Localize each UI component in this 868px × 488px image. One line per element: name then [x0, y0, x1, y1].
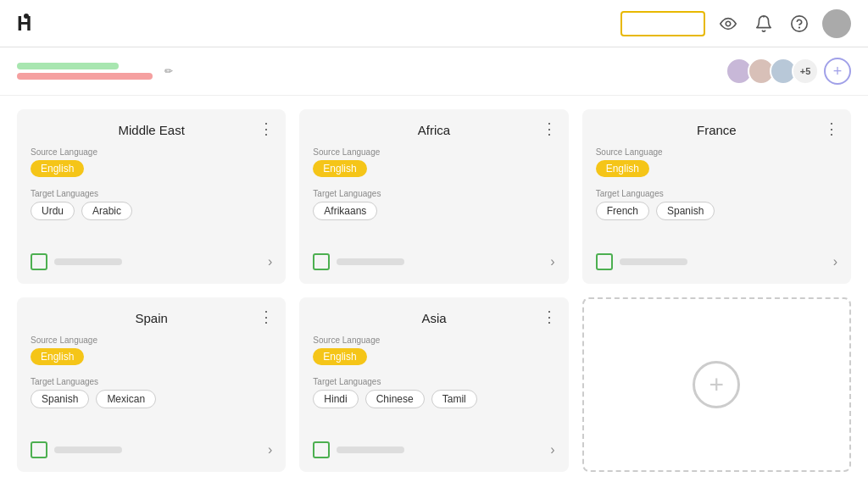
- search-input[interactable]: [620, 11, 705, 36]
- card-middle-east: Middle East ⋮ Source Language English Ta…: [17, 109, 286, 284]
- app-header: H: [0, 0, 868, 47]
- cards-grid: Middle East ⋮ Source Language English Ta…: [0, 96, 868, 485]
- target-lang-label: Target Languages: [31, 189, 272, 198]
- card-menu-icon[interactable]: ⋮: [259, 121, 274, 136]
- card-footer-left: [313, 253, 404, 270]
- card-status-square: [31, 441, 47, 458]
- source-lang-section: Source Language English: [313, 147, 554, 180]
- card-menu-icon[interactable]: ⋮: [542, 309, 557, 324]
- card-progress-bar: [620, 258, 687, 265]
- source-lang-tag: English: [596, 160, 649, 177]
- target-lang-label: Target Languages: [596, 189, 837, 198]
- card-title: Middle East: [31, 123, 272, 137]
- eye-icon[interactable]: [715, 11, 741, 36]
- source-lang-label: Source Language: [313, 336, 554, 345]
- add-new-card-icon: +: [693, 361, 740, 408]
- card-footer-left: [596, 253, 687, 270]
- source-lang-tag: English: [31, 160, 84, 177]
- card-chevron-right-icon[interactable]: ›: [268, 254, 272, 269]
- progress-bar-red: [17, 73, 153, 80]
- source-lang-section: Source Language English: [31, 336, 272, 369]
- source-lang-tag: English: [31, 348, 84, 365]
- target-lang-tag: Urdu: [31, 202, 75, 220]
- source-lang-label: Source Language: [596, 147, 837, 157]
- card-status-square: [596, 253, 613, 270]
- card-footer: ›: [313, 441, 554, 458]
- target-lang-tag: Tamil: [431, 390, 477, 408]
- target-lang-section: Target Languages UrduArabic: [31, 189, 272, 224]
- target-lang-tag: Spanish: [656, 202, 715, 220]
- svg-point-1: [763, 15, 765, 17]
- target-lang-tags: SpanishMexican: [31, 390, 272, 412]
- card-chevron-right-icon[interactable]: ›: [268, 442, 272, 458]
- help-icon[interactable]: [787, 11, 812, 36]
- progress-bar-green: [17, 63, 119, 69]
- card-chevron-right-icon[interactable]: ›: [550, 254, 554, 269]
- target-lang-tag: Chinese: [365, 390, 425, 408]
- card-footer-left: [31, 441, 122, 458]
- source-lang-section: Source Language English: [31, 147, 272, 180]
- card-chevron-right-icon[interactable]: ›: [550, 442, 554, 458]
- card-footer-left: [31, 253, 122, 270]
- target-lang-tag: Spanish: [31, 390, 89, 408]
- card-title: Asia: [313, 311, 554, 325]
- target-lang-tags: Afrikaans: [313, 202, 554, 224]
- target-lang-tag: Afrikaans: [313, 202, 377, 220]
- source-lang-label: Source Language: [31, 147, 272, 157]
- logo-dot: [24, 14, 29, 19]
- card-france: France ⋮ Source Language English Target …: [582, 109, 851, 284]
- card-africa: Africa ⋮ Source Language English Target …: [299, 109, 568, 284]
- add-new-card-button[interactable]: +: [582, 297, 851, 472]
- card-progress-bar: [337, 446, 404, 453]
- card-footer-left: [313, 441, 404, 458]
- card-progress-bar: [337, 258, 404, 265]
- svg-point-2: [792, 15, 807, 30]
- card-asia: Asia ⋮ Source Language English Target La…: [299, 297, 568, 472]
- card-progress-bar: [54, 446, 122, 453]
- target-lang-section: Target Languages HindiChineseTamil: [313, 377, 554, 412]
- card-title: France: [596, 123, 837, 137]
- source-lang-section: Source Language English: [313, 336, 554, 369]
- card-footer: ›: [31, 441, 272, 458]
- card-footer: ›: [313, 253, 554, 270]
- header-right: [620, 9, 851, 38]
- target-lang-tag: French: [596, 202, 649, 220]
- target-lang-section: Target Languages FrenchSpanish: [596, 189, 837, 224]
- card-status-square: [313, 253, 330, 270]
- card-footer: ›: [596, 253, 837, 270]
- source-lang-section: Source Language English: [596, 147, 837, 180]
- target-lang-tags: UrduArabic: [31, 202, 272, 224]
- add-member-button[interactable]: +: [824, 58, 851, 85]
- user-avatar[interactable]: [822, 9, 851, 38]
- source-lang-label: Source Language: [313, 147, 554, 157]
- target-lang-label: Target Languages: [313, 377, 554, 386]
- card-menu-icon[interactable]: ⋮: [824, 121, 839, 136]
- bell-icon[interactable]: [751, 11, 776, 36]
- progress-bars: [17, 63, 153, 80]
- avatar-count: +5: [792, 58, 819, 85]
- source-lang-tag: English: [313, 160, 366, 177]
- card-menu-icon[interactable]: ⋮: [259, 309, 274, 324]
- target-lang-section: Target Languages SpanishMexican: [31, 377, 272, 412]
- target-lang-tag: Hindi: [313, 390, 358, 408]
- edit-icon[interactable]: ✏: [164, 65, 173, 77]
- source-lang-label: Source Language: [31, 336, 272, 345]
- card-title: Africa: [313, 123, 554, 137]
- avatar-group: +5 +: [726, 58, 851, 85]
- card-footer: ›: [31, 253, 272, 270]
- svg-point-0: [726, 21, 731, 26]
- card-title: Spain: [31, 311, 272, 325]
- card-chevron-right-icon[interactable]: ›: [833, 254, 837, 269]
- target-lang-tags: FrenchSpanish: [596, 202, 837, 224]
- source-lang-tag: English: [313, 348, 366, 365]
- target-lang-label: Target Languages: [313, 189, 554, 198]
- card-status-square: [31, 253, 47, 270]
- target-lang-tag: Arabic: [81, 202, 132, 220]
- progress-section: ✏: [17, 63, 173, 80]
- app-logo: H: [17, 12, 31, 36]
- card-spain: Spain ⋮ Source Language English Target L…: [17, 297, 286, 472]
- card-menu-icon[interactable]: ⋮: [542, 121, 557, 136]
- target-lang-tags: HindiChineseTamil: [313, 390, 554, 412]
- target-lang-section: Target Languages Afrikaans: [313, 189, 554, 224]
- sub-header: ✏ +5 +: [0, 47, 868, 96]
